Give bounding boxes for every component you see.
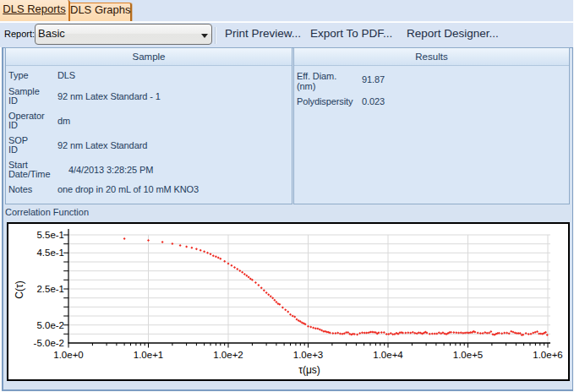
svg-text:τ(μs): τ(μs) <box>298 364 320 376</box>
svg-text:1.0e+5: 1.0e+5 <box>453 350 484 360</box>
svg-text:5.0e-2: 5.0e-2 <box>36 320 64 330</box>
svg-text:4.5e-1: 4.5e-1 <box>36 248 64 258</box>
svg-text:1.0e+0: 1.0e+0 <box>53 350 84 360</box>
svg-text:5.5e-1: 5.5e-1 <box>36 230 64 240</box>
svg-text:1.0e+1: 1.0e+1 <box>134 350 164 360</box>
svg-text:1.0e+3: 1.0e+3 <box>293 350 324 360</box>
svg-text:1.0e+4: 1.0e+4 <box>373 350 403 360</box>
svg-text:-5.0e-2: -5.0e-2 <box>34 338 64 348</box>
svg-text:2.5e-1: 2.5e-1 <box>36 284 64 294</box>
svg-text:1.0e+2: 1.0e+2 <box>213 350 243 360</box>
svg-text:C(τ): C(τ) <box>14 280 25 298</box>
svg-text:1.0e+6: 1.0e+6 <box>533 350 563 360</box>
